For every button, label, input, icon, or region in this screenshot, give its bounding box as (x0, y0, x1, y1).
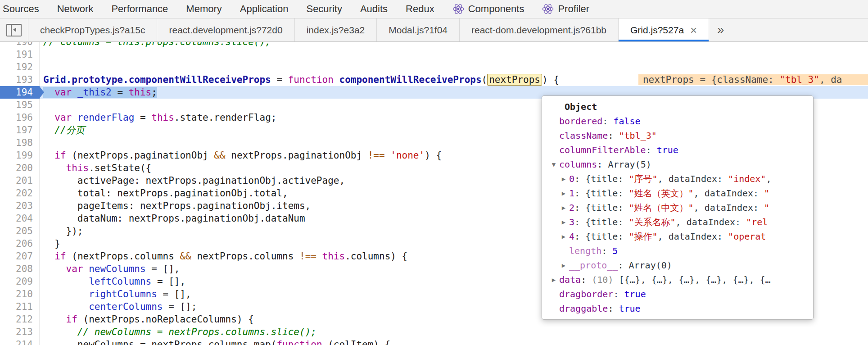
property-name: 1 (569, 186, 574, 200)
code-token (43, 263, 66, 274)
line-number[interactable]: 202 (0, 187, 40, 200)
line-number[interactable]: 214 (0, 338, 40, 345)
line-number[interactable]: 199 (0, 149, 40, 162)
evaluated-token[interactable]: nextProps (487, 74, 542, 86)
line-number[interactable]: 207 (0, 250, 40, 263)
code-token: (colItem) { (322, 339, 391, 345)
code-line[interactable]: newColumns = nextProps.columns.map(funct… (40, 338, 868, 345)
panel-tab-performance[interactable]: Performance (102, 0, 177, 18)
file-tab-modal.js[interactable]: Modal.js?1f04 (377, 18, 460, 41)
line-number[interactable]: 197 (0, 124, 40, 136)
code-line[interactable]: Grid.prototype.componentWillReceiveProps… (40, 73, 868, 86)
line-number[interactable]: 201 (0, 174, 40, 187)
code-token: !== (368, 150, 385, 161)
expand-arrow-icon[interactable]: ▶ (558, 186, 569, 200)
property-value: 5 (612, 244, 618, 258)
object-popover-title: Object (542, 100, 813, 114)
expand-arrow-icon[interactable]: ▶ (558, 200, 569, 215)
line-number[interactable]: 203 (0, 200, 40, 212)
panel-tab-memory[interactable]: Memory (177, 0, 231, 18)
line-number[interactable]: 206 (0, 237, 40, 250)
line-number[interactable]: 200 (0, 162, 40, 174)
object-property-row[interactable]: ▶3: {title: "关系名称", dataIndex: "rel (542, 215, 813, 229)
object-property-row[interactable]: ▶4: {title: "操作", dataIndex: "operat (542, 229, 813, 244)
line-number[interactable]: 208 (0, 263, 40, 275)
toggle-navigator-button[interactable] (0, 18, 28, 41)
file-tab-checkproptypes.js[interactable]: checkPropTypes.js?a15c (28, 18, 157, 41)
expand-arrow-icon[interactable]: ▶ (558, 229, 569, 244)
line-number[interactable]: 195 (0, 99, 40, 111)
property-colon: : (574, 229, 585, 244)
close-icon[interactable]: × (690, 24, 697, 36)
expand-arrow-icon[interactable]: ▶ (558, 258, 569, 272)
inline-value-preview: nextProps = {className: "tbl_3", da (638, 74, 868, 85)
file-tab-grid.js[interactable]: Grid.js?527a× (619, 18, 709, 41)
property-colon: : (601, 244, 612, 258)
expand-arrow-icon[interactable]: ▶ (558, 172, 569, 186)
panel-tab-network[interactable]: Network (48, 0, 103, 18)
panel-tab-application[interactable]: Application (231, 0, 298, 18)
property-value: , dataIndex: (694, 200, 764, 215)
object-property-row[interactable]: ▶0: {title: "序号", dataIndex: "index", (542, 172, 813, 186)
line-number[interactable]: 193 (0, 73, 40, 86)
code-line-row: 192 (0, 61, 868, 73)
inline-eval-token: nextProps = {className: (643, 74, 779, 85)
line-number[interactable]: 204 (0, 212, 40, 225)
expand-arrow-icon[interactable]: ▶ (558, 215, 569, 229)
panel-tab-label: Redux (406, 3, 434, 15)
code-line[interactable] (40, 61, 868, 73)
line-number[interactable]: 198 (0, 136, 40, 149)
property-value: {title: (585, 229, 628, 244)
object-property-row[interactable]: ▶2: {title: "姓名（中文）", dataIndex: " (542, 200, 813, 215)
object-property-row[interactable]: ▼columns: Array(5) (542, 157, 813, 172)
code-line[interactable] (40, 48, 868, 61)
code-line[interactable]: // columns = this.props.columns.slice(); (40, 42, 868, 48)
code-token: ) { (542, 74, 559, 85)
panel-tab-security[interactable]: Security (297, 0, 351, 18)
line-number[interactable]: 210 (0, 288, 40, 300)
current-line-number[interactable]: 194 (0, 86, 40, 99)
code-token: this (129, 87, 152, 98)
object-property-row[interactable]: ▶data: (10) [{…}, {…}, {…}, {…}, {…}, {… (542, 272, 813, 287)
property-name: data (559, 272, 581, 287)
code-token: = (271, 74, 288, 85)
panel-tab-sources[interactable]: Sources (0, 0, 48, 18)
panel-tab-redux[interactable]: Redux (397, 0, 443, 18)
panel-tab-components[interactable]: Components (443, 0, 533, 18)
object-property-row[interactable]: ▶1: {title: "姓名（英文）", dataIndex: " (542, 186, 813, 200)
line-number[interactable]: 213 (0, 326, 40, 338)
property-colon: : (608, 128, 619, 143)
property-value: {title: (585, 215, 628, 229)
line-number[interactable]: 212 (0, 313, 40, 326)
line-number[interactable]: 192 (0, 61, 40, 73)
line-number[interactable]: 211 (0, 300, 40, 313)
file-tab-label: checkPropTypes.js?a15c (40, 25, 145, 36)
line-number[interactable]: 196 (0, 111, 40, 124)
collapse-arrow-icon[interactable]: ▼ (548, 157, 559, 172)
code-token: Grid.prototype.componentWillReceiveProps (43, 74, 271, 85)
react-atom-icon (452, 3, 464, 15)
property-name: className (559, 128, 608, 143)
property-value: true (619, 301, 640, 316)
line-number[interactable]: 205 (0, 225, 40, 237)
file-tabs: checkPropTypes.js?a15creact.development.… (28, 18, 709, 41)
panel-tab-profiler[interactable]: Profiler (533, 0, 598, 18)
code-token: componentWillReceiveProps (339, 74, 481, 85)
line-number[interactable]: 190 (0, 42, 40, 48)
code-token (43, 327, 77, 337)
file-tab-bar: checkPropTypes.js?a15creact.development.… (0, 18, 868, 42)
line-number[interactable]: 209 (0, 275, 40, 288)
file-tab-index.js[interactable]: index.js?e3a2 (295, 18, 377, 41)
property-name: columns (559, 157, 597, 172)
line-number[interactable]: 191 (0, 48, 40, 61)
inline-eval-token: "tbl_3" (779, 74, 819, 85)
code-token: //分页 (54, 125, 85, 136)
file-tab-react.development.js[interactable]: react.development.js?72d0 (157, 18, 294, 41)
expand-arrow-icon[interactable]: ▶ (548, 272, 559, 287)
file-tab-react-dom.development.js[interactable]: react-dom.development.js?61bb (460, 18, 619, 41)
code-line[interactable]: // newColumns = nextProps.columns.slice(… (40, 326, 868, 338)
property-value: , dataIndex: (676, 215, 746, 229)
panel-tab-audits[interactable]: Audits (351, 0, 397, 18)
object-property-row[interactable]: ▶__proto__: Array(0) (542, 258, 813, 272)
more-tabs-button[interactable]: » (709, 18, 732, 41)
